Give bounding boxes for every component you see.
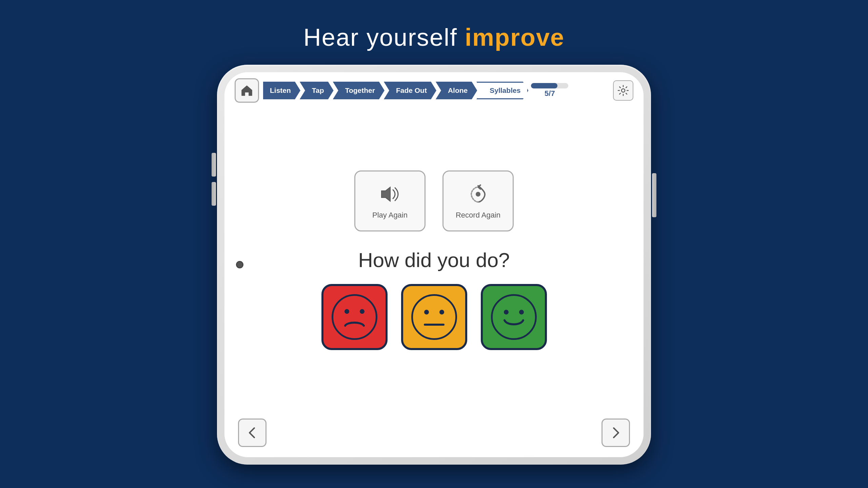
home-icon [240,83,254,98]
progress-indicator: 5/7 [531,83,568,98]
play-again-label: Play Again [372,211,408,220]
step-fade-out[interactable]: Fade Out [384,82,436,99]
happy-face-icon [489,292,538,342]
power-button[interactable] [652,173,656,217]
nav-bar: Listen Tap Together Fade Out Alone Sylla… [224,72,644,109]
svg-point-11 [519,310,524,314]
svg-point-1 [476,192,480,197]
title-highlight: improve [465,24,565,51]
step-together[interactable]: Together [333,82,384,99]
gear-icon [617,84,629,97]
back-button[interactable] [238,419,267,447]
progress-bar-fill [531,83,557,88]
svg-point-5 [412,295,456,339]
play-again-button[interactable]: Play Again [354,170,426,231]
back-arrow-icon [245,425,260,440]
settings-button[interactable] [613,80,633,101]
action-buttons: Play Again Record Again [354,170,514,231]
svg-point-3 [344,309,349,314]
feedback-section: How did you do? [321,248,547,350]
bottom-nav [224,412,644,457]
page-title: Hear yourself improve [303,23,565,51]
svg-point-2 [332,295,376,339]
step-listen[interactable]: Listen [263,82,300,99]
progress-text: 5/7 [545,89,555,98]
main-content: Play Again Record Again How did you do? [224,109,644,412]
neutral-face-icon [410,292,459,342]
home-button[interactable] [235,78,259,103]
speaker-icon [378,182,402,206]
record-again-button[interactable]: Record Again [442,170,514,231]
svg-point-6 [424,310,429,314]
svg-point-9 [492,295,536,339]
phone-frame: Listen Tap Together Fade Out Alone Sylla… [217,65,651,465]
sad-button[interactable] [321,284,388,350]
feedback-question: How did you do? [358,248,510,272]
svg-point-7 [439,310,444,314]
svg-point-10 [504,310,509,314]
record-again-label: Record Again [456,211,500,220]
forward-button[interactable] [601,419,630,447]
volume-down-button[interactable] [212,182,216,206]
steps-container: Listen Tap Together Fade Out Alone Sylla… [263,82,606,99]
happy-button[interactable] [481,284,547,350]
step-syllables[interactable]: Syllables [476,82,528,99]
title-plain: Hear yourself [303,24,465,51]
step-tap[interactable]: Tap [300,82,334,99]
forward-arrow-icon [608,425,623,440]
phone-screen: Listen Tap Together Fade Out Alone Sylla… [224,72,644,457]
sad-face-icon [330,292,379,342]
volume-buttons [212,153,216,206]
progress-bar-container [531,83,568,88]
camera-dot [236,261,243,268]
svg-point-0 [622,89,625,92]
record-icon [466,182,490,206]
svg-point-4 [360,309,364,314]
neutral-button[interactable] [401,284,467,350]
step-alone[interactable]: Alone [436,82,477,99]
emoji-buttons [321,284,547,350]
volume-up-button[interactable] [212,153,216,177]
